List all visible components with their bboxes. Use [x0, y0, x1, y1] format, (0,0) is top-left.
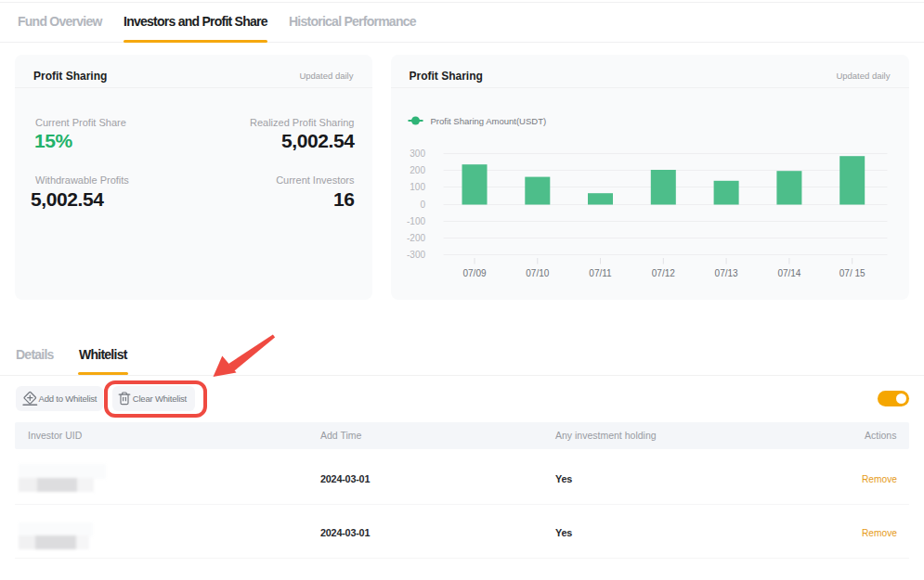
svg-text:200: 200 [410, 165, 425, 175]
svg-text:07/12: 07/12 [651, 268, 674, 278]
svg-text:-100: -100 [406, 216, 424, 226]
svg-text:07/13: 07/13 [714, 268, 737, 278]
svg-text:Profit Sharing Amount(USDT): Profit Sharing Amount(USDT) [430, 116, 546, 126]
svg-text:07/14: 07/14 [777, 268, 800, 278]
svg-text:-300: -300 [406, 250, 424, 260]
svg-text:0: 0 [420, 200, 425, 210]
svg-text:07/11: 07/11 [589, 268, 612, 278]
svg-text:07/ 15: 07/ 15 [839, 268, 865, 278]
svg-text:300: 300 [410, 148, 425, 159]
svg-text:100: 100 [410, 182, 425, 192]
svg-text:07/10: 07/10 [526, 268, 549, 278]
svg-text:07/09: 07/09 [462, 268, 486, 278]
svg-text:-200: -200 [406, 233, 424, 243]
